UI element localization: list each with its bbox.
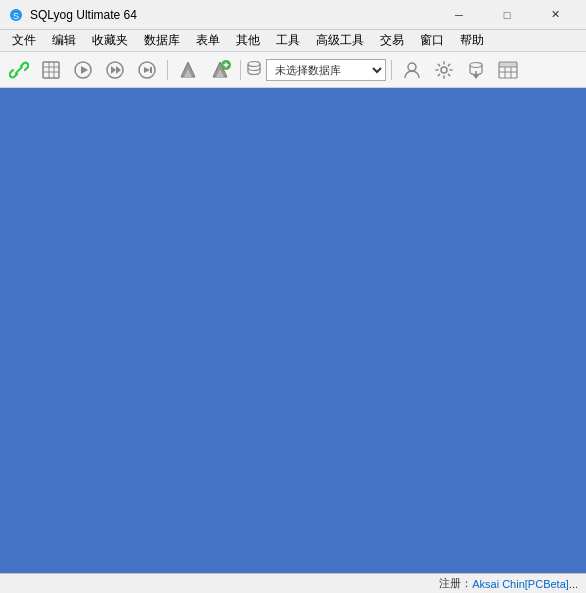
svg-marker-28: [473, 75, 479, 79]
svg-point-23: [248, 62, 260, 67]
status-suffix: ...: [569, 578, 578, 590]
menu-edit[interactable]: 编辑: [44, 30, 84, 51]
menu-other[interactable]: 其他: [228, 30, 268, 51]
db-icon: [246, 60, 262, 79]
new-query-button[interactable]: [36, 56, 66, 84]
execute-button[interactable]: [68, 56, 98, 84]
menu-help[interactable]: 帮助: [452, 30, 492, 51]
table-data-button[interactable]: [493, 56, 523, 84]
menu-database[interactable]: 数据库: [136, 30, 188, 51]
create-schema-button[interactable]: [205, 56, 235, 84]
svg-marker-14: [144, 67, 150, 73]
svg-marker-12: [116, 66, 121, 74]
separator-2: [240, 60, 241, 80]
menu-transaction[interactable]: 交易: [372, 30, 412, 51]
svg-rect-3: [43, 62, 59, 78]
close-button[interactable]: ✕: [532, 0, 578, 30]
minimize-button[interactable]: ─: [436, 0, 482, 30]
maximize-button[interactable]: □: [484, 0, 530, 30]
menu-file[interactable]: 文件: [4, 30, 44, 51]
registration-link[interactable]: Aksai Chin[PCBeta]: [472, 578, 569, 590]
settings-button[interactable]: [429, 56, 459, 84]
svg-point-24: [408, 63, 416, 71]
window-controls: ─ □ ✕: [436, 0, 578, 30]
menu-bar: 文件 编辑 收藏夹 数据库 表单 其他 工具 高级工具 交易 窗口 帮助: [0, 30, 586, 52]
separator-1: [167, 60, 168, 80]
app-icon: S: [8, 7, 24, 23]
svg-point-26: [470, 62, 482, 67]
svg-marker-11: [111, 66, 116, 74]
import-button[interactable]: [461, 56, 491, 84]
menu-tools[interactable]: 工具: [268, 30, 308, 51]
connect-button[interactable]: [4, 56, 34, 84]
execute-all-button[interactable]: [100, 56, 130, 84]
menu-advanced-tools[interactable]: 高级工具: [308, 30, 372, 51]
svg-line-2: [16, 67, 22, 73]
toolbar: 未选择数据库: [0, 52, 586, 88]
status-text: 注册：: [439, 576, 472, 591]
status-bar: 注册： Aksai Chin[PCBeta] ...: [0, 573, 586, 593]
svg-text:S: S: [13, 11, 19, 21]
menu-window[interactable]: 窗口: [412, 30, 452, 51]
main-content-area: [0, 88, 586, 573]
svg-rect-30: [499, 62, 517, 67]
title-bar: S SQLyog Ultimate 64 ─ □ ✕: [0, 0, 586, 30]
menu-table[interactable]: 表单: [188, 30, 228, 51]
schema-button[interactable]: [173, 56, 203, 84]
window-title: SQLyog Ultimate 64: [30, 8, 436, 22]
svg-marker-9: [81, 66, 88, 74]
database-selector[interactable]: 未选择数据库: [246, 59, 386, 81]
menu-favorites[interactable]: 收藏夹: [84, 30, 136, 51]
stop-button[interactable]: [132, 56, 162, 84]
svg-point-25: [441, 67, 447, 73]
database-select[interactable]: 未选择数据库: [266, 59, 386, 81]
user-manager-button[interactable]: [397, 56, 427, 84]
separator-3: [391, 60, 392, 80]
